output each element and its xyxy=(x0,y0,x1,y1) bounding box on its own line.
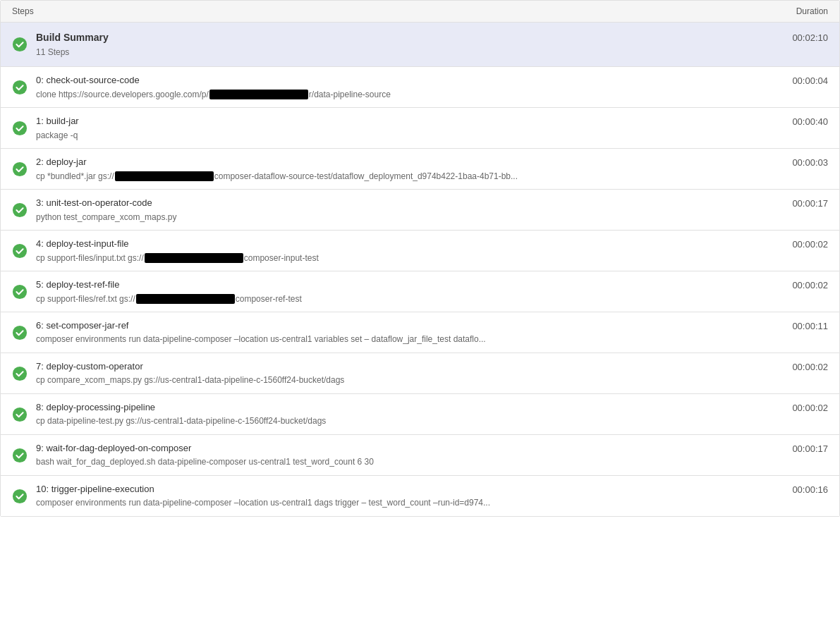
redacted-text xyxy=(209,90,308,99)
step-title: 6: set-composer-jar-ref xyxy=(36,319,781,332)
steps-column-header: Steps xyxy=(12,6,34,16)
step-duration: 00:00:16 xyxy=(792,483,828,495)
svg-point-7 xyxy=(13,326,27,340)
build-summary-subtitle: 11 Steps xyxy=(36,47,781,59)
step-duration: 00:00:17 xyxy=(792,442,828,454)
step-content: 3: unit-test-on-operator-code python tes… xyxy=(36,197,781,223)
table-row: 3: unit-test-on-operator-code python tes… xyxy=(1,190,839,231)
step-title: 4: deploy-test-input-file xyxy=(36,238,781,250)
table-row: 1: build-jar package -q 00:00:40 xyxy=(1,108,839,149)
step-title: 9: wait-for-dag-deployed-on-composer xyxy=(36,442,781,455)
table-row: 10: trigger-pipeline-execution composer … xyxy=(1,476,839,516)
svg-point-10 xyxy=(13,448,27,462)
svg-point-2 xyxy=(13,121,27,135)
success-icon xyxy=(12,366,28,381)
svg-point-8 xyxy=(13,367,27,381)
step-content: 8: deploy-processing-pipeline cp data-pi… xyxy=(36,401,781,427)
build-summary-table: Steps Duration Build Summary 11 Steps 00… xyxy=(0,0,840,517)
success-icon xyxy=(12,407,28,422)
success-icon xyxy=(12,202,28,218)
step-subtitle: cp support-files/ref.txt gs:// composer-… xyxy=(36,293,781,305)
step-subtitle: composer environments run data-pipeline-… xyxy=(36,497,781,509)
step-content: 9: wait-for-dag-deployed-on-composer bas… xyxy=(36,442,781,468)
success-icon xyxy=(12,80,28,95)
table-row: 8: deploy-processing-pipeline cp data-pi… xyxy=(1,394,839,435)
step-duration: 00:00:02 xyxy=(792,278,828,290)
step-duration: 00:00:11 xyxy=(792,319,828,331)
step-subtitle: composer environments run data-pipeline-… xyxy=(36,333,781,345)
step-subtitle: cp compare_xcom_maps.py gs://us-central1… xyxy=(36,374,781,386)
success-icon xyxy=(12,243,28,259)
step-subtitle: cp data-pipeline-test.py gs://us-central… xyxy=(36,415,781,427)
table-row: 6: set-composer-jar-ref composer environ… xyxy=(1,312,839,353)
table-row: 4: deploy-test-input-file cp support-fil… xyxy=(1,231,839,271)
step-subtitle: clone https://source.developers.google.c… xyxy=(36,89,781,101)
svg-point-3 xyxy=(13,162,27,176)
step-content: 0: check-out-source-code clone https://s… xyxy=(36,74,781,100)
step-duration: 00:00:17 xyxy=(792,197,828,209)
step-content: 7: deploy-custom-operator cp compare_xco… xyxy=(36,360,781,386)
redacted-text xyxy=(145,253,243,263)
svg-point-5 xyxy=(13,244,27,258)
success-icon xyxy=(12,489,28,504)
build-summary-row: Build Summary 11 Steps 00:02:10 xyxy=(1,23,839,67)
step-title: 8: deploy-processing-pipeline xyxy=(36,401,781,414)
step-title: 7: deploy-custom-operator xyxy=(36,360,781,373)
step-subtitle: cp *bundled*.jar gs:// composer-dataflow… xyxy=(36,171,781,183)
table-row: 2: deploy-jar cp *bundled*.jar gs:// com… xyxy=(1,149,839,190)
success-icon xyxy=(12,37,28,52)
step-duration: 00:00:40 xyxy=(792,115,828,127)
table-header: Steps Duration xyxy=(1,1,839,23)
svg-point-0 xyxy=(13,37,27,51)
step-duration: 00:00:03 xyxy=(792,156,828,168)
redacted-text xyxy=(136,294,235,304)
step-duration: 00:00:02 xyxy=(792,401,828,413)
success-icon xyxy=(12,448,28,463)
success-icon xyxy=(12,284,28,300)
step-subtitle: bash wait_for_dag_deployed.sh data-pipel… xyxy=(36,456,781,468)
svg-point-6 xyxy=(13,285,27,299)
build-summary-content: Build Summary 11 Steps xyxy=(36,31,781,58)
svg-point-1 xyxy=(13,80,27,94)
step-content: 4: deploy-test-input-file cp support-fil… xyxy=(36,238,781,264)
step-title: 2: deploy-jar xyxy=(36,156,781,168)
build-summary-title: Build Summary xyxy=(36,31,781,45)
step-title: 5: deploy-test-ref-file xyxy=(36,278,781,291)
svg-point-4 xyxy=(13,203,27,217)
step-content: 1: build-jar package -q xyxy=(36,115,781,141)
step-subtitle: python test_compare_xcom_maps.py xyxy=(36,212,781,223)
table-row: 0: check-out-source-code clone https://s… xyxy=(1,67,839,108)
step-content: 2: deploy-jar cp *bundled*.jar gs:// com… xyxy=(36,156,781,182)
success-icon xyxy=(12,161,28,177)
step-duration: 00:00:02 xyxy=(792,238,828,250)
step-content: 6: set-composer-jar-ref composer environ… xyxy=(36,319,781,345)
build-summary-duration: 00:02:10 xyxy=(792,31,828,43)
table-row: 9: wait-for-dag-deployed-on-composer bas… xyxy=(1,435,839,476)
step-duration: 00:00:04 xyxy=(792,74,828,86)
redacted-text xyxy=(115,171,214,181)
step-title: 10: trigger-pipeline-execution xyxy=(36,483,781,496)
step-title: 3: unit-test-on-operator-code xyxy=(36,197,781,209)
table-row: 5: deploy-test-ref-file cp support-files… xyxy=(1,271,839,312)
svg-point-11 xyxy=(13,489,27,503)
success-icon xyxy=(12,325,28,341)
step-title: 1: build-jar xyxy=(36,115,781,128)
step-title: 0: check-out-source-code xyxy=(36,74,781,87)
svg-point-9 xyxy=(13,407,27,422)
step-content: 10: trigger-pipeline-execution composer … xyxy=(36,483,781,509)
step-subtitle: cp support-files/input.txt gs:// compose… xyxy=(36,252,781,264)
table-row: 7: deploy-custom-operator cp compare_xco… xyxy=(1,353,839,394)
success-icon xyxy=(12,121,28,136)
duration-column-header: Duration xyxy=(796,6,828,16)
step-duration: 00:00:02 xyxy=(792,360,828,372)
step-content: 5: deploy-test-ref-file cp support-files… xyxy=(36,278,781,305)
step-subtitle: package -q xyxy=(36,130,781,142)
